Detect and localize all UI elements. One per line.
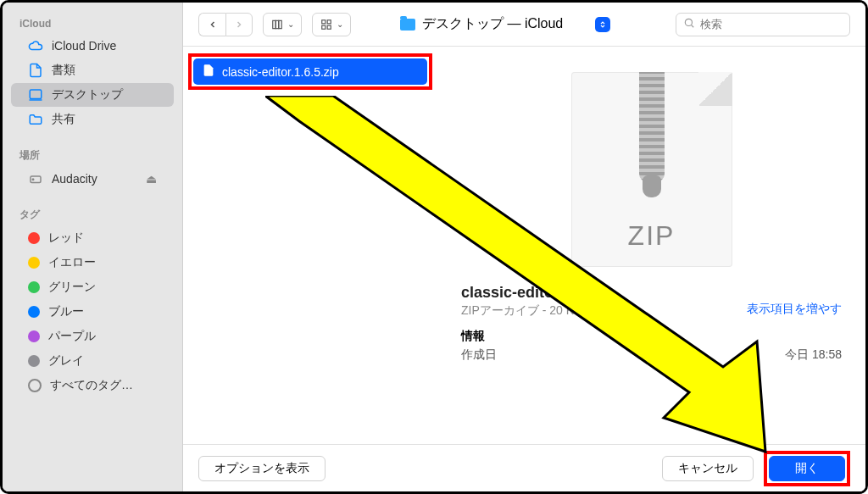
annotation-highlight-open: 開く: [764, 451, 850, 486]
preview-filename: classic-editor.1.6: [461, 284, 842, 302]
sidebar-item-desktop[interactable]: デスクトップ: [11, 83, 174, 107]
toolbar: ⌄ ⌄ デスクトップ — iCloud: [183, 3, 865, 47]
svg-point-10: [685, 19, 692, 25]
folder-icon: [28, 112, 43, 127]
location-label: デスクトップ — iCloud: [422, 15, 563, 33]
sidebar-item-label: イエロー: [48, 255, 96, 270]
sidebar-item-label: ブルー: [48, 304, 84, 319]
created-value: 今日 18:58: [785, 347, 842, 363]
back-button[interactable]: [198, 13, 225, 36]
sidebar-item-documents[interactable]: 書類: [11, 58, 174, 82]
group-button[interactable]: ⌄: [312, 13, 351, 36]
nav-buttons: [198, 13, 253, 36]
footer: オプションを表示 キャンセル 開く: [183, 444, 865, 491]
preview-pane: ZIP classic-editor.1.6 ZIPアーカイブ - 20 KB …: [437, 47, 865, 444]
svg-rect-0: [30, 90, 42, 99]
sidebar-item-label: 書類: [52, 63, 75, 78]
sidebar-tag-blue[interactable]: ブルー: [11, 300, 174, 324]
chevron-down-icon: ⌄: [337, 19, 343, 29]
disk-icon: [28, 171, 43, 186]
zip-preview-icon: ZIP: [571, 72, 732, 267]
cloud-icon: [28, 38, 43, 53]
sidebar-item-shared[interactable]: 共有: [11, 108, 174, 131]
desktop-icon: [28, 87, 43, 103]
zip-text: ZIP: [571, 220, 732, 252]
sidebar-item-label: レッド: [48, 230, 84, 246]
eject-icon[interactable]: ⏏: [146, 172, 157, 186]
zip-file-icon: [202, 62, 215, 81]
location-selector[interactable]: デスクトップ — iCloud: [395, 13, 615, 36]
file-row[interactable]: classic-editor.1.6.5.zip: [193, 58, 427, 85]
cancel-button[interactable]: キャンセル: [662, 456, 754, 481]
all-tags-icon: [28, 379, 42, 392]
sidebar-item-label: Audacity: [52, 172, 97, 186]
forward-button[interactable]: [225, 13, 253, 36]
view-columns-button[interactable]: ⌄: [263, 13, 302, 36]
show-more-link[interactable]: 表示項目を増やす: [461, 302, 842, 317]
chevron-down-icon: ⌄: [287, 19, 294, 29]
tag-dot-icon: [28, 355, 40, 367]
sidebar-tag-red[interactable]: レッド: [11, 226, 174, 250]
open-button[interactable]: 開く: [769, 456, 845, 481]
tag-dot-icon: [28, 281, 40, 293]
annotation-highlight-file: classic-editor.1.6.5.zip: [188, 53, 432, 90]
created-label: 作成日: [461, 347, 497, 363]
tag-dot-icon: [28, 306, 40, 318]
sidebar-item-icloud-drive[interactable]: iCloud Drive: [11, 34, 174, 58]
sidebar-item-label: iCloud Drive: [52, 39, 116, 53]
svg-rect-8: [322, 25, 326, 29]
sidebar-tag-purple[interactable]: パープル: [11, 325, 174, 348]
sidebar-all-tags[interactable]: すべてのタグ…: [11, 374, 174, 397]
sidebar-item-label: 共有: [52, 112, 75, 127]
file-list[interactable]: classic-editor.1.6.5.zip: [183, 47, 437, 444]
search-icon: [683, 17, 695, 32]
content-area: ⌄ ⌄ デスクトップ — iCloud class: [182, 3, 865, 491]
svg-rect-5: [279, 20, 282, 28]
info-heading: 情報: [461, 329, 842, 344]
svg-rect-7: [327, 19, 331, 23]
sidebar-section-icloud: iCloud: [3, 13, 182, 33]
sidebar-item-label: デスクトップ: [52, 87, 123, 103]
sidebar-tag-gray[interactable]: グレイ: [11, 349, 174, 373]
svg-rect-9: [327, 25, 331, 29]
sidebar-tag-green[interactable]: グリーン: [11, 275, 174, 299]
sidebar-section-tags: タグ: [3, 203, 182, 225]
doc-icon: [28, 63, 43, 78]
sidebar-item-label: グリーン: [48, 280, 96, 295]
tag-dot-icon: [28, 257, 40, 269]
sidebar-item-label: グレイ: [48, 353, 84, 369]
search-input[interactable]: [700, 18, 843, 31]
tag-dot-icon: [28, 232, 40, 244]
sidebar-item-label: パープル: [48, 329, 96, 344]
tag-dot-icon: [28, 330, 40, 342]
folder-icon: [400, 19, 415, 31]
svg-rect-6: [322, 19, 326, 23]
options-button[interactable]: オプションを表示: [198, 456, 326, 481]
sidebar-section-places: 場所: [3, 143, 182, 166]
sidebar-item-audacity[interactable]: Audacity ⏏: [11, 167, 174, 191]
sidebar: iCloud iCloud Drive 書類 デスクトップ 共有 場所 Aud: [3, 3, 182, 491]
sidebar-tag-yellow[interactable]: イエロー: [11, 251, 174, 275]
sidebar-item-label: すべてのタグ…: [50, 378, 133, 393]
dropdown-icon: [595, 17, 610, 32]
svg-point-2: [32, 179, 34, 180]
file-name: classic-editor.1.6.5.zip: [222, 65, 339, 79]
search-field[interactable]: [676, 13, 850, 36]
